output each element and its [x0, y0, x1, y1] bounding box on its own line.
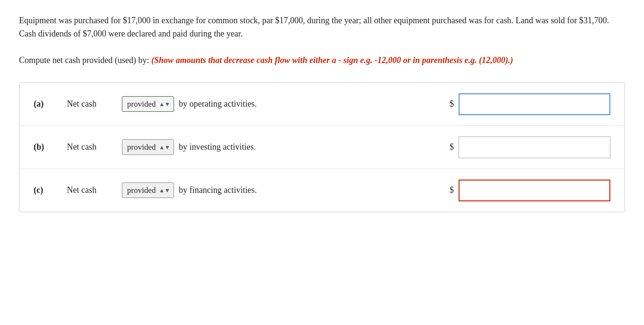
row-c-net-cash: Net cash: [67, 185, 119, 195]
answer-table: (a) Net cash provided used ▲▼ by operati…: [19, 82, 625, 212]
row-a-activity-text: by operating activities.: [179, 99, 257, 109]
row-c: (c) Net cash provided used ▲▼ by financi…: [19, 169, 625, 212]
instruction-normal-text: Compute net cash provided (used) by:: [19, 55, 151, 65]
row-b-activity-text: by investing activities.: [179, 142, 256, 152]
row-b: (b) Net cash provided used ▲▼ by investi…: [19, 126, 625, 169]
row-a: (a) Net cash provided used ▲▼ by operati…: [19, 83, 625, 126]
row-c-dropdown-wrapper: provided used ▲▼: [122, 182, 174, 198]
row-c-input[interactable]: [459, 180, 610, 201]
intro-text: Equipment was purchased for $17,000 in e…: [19, 16, 609, 38]
row-a-dropdown-wrapper: provided used ▲▼: [122, 96, 174, 112]
instruction-paragraph: Compute net cash provided (used) by: (Sh…: [19, 54, 625, 67]
row-b-dropdown[interactable]: provided used: [122, 139, 174, 155]
row-b-dropdown-wrapper: provided used ▲▼: [122, 139, 174, 155]
row-c-label: (c): [34, 185, 62, 195]
row-a-input[interactable]: [459, 93, 610, 115]
row-b-input[interactable]: [459, 136, 610, 158]
row-b-net-cash: Net cash: [67, 142, 119, 152]
row-a-dollar-sign: $: [450, 99, 454, 109]
row-a-net-cash: Net cash: [67, 99, 119, 109]
row-b-dollar-sign: $: [450, 142, 454, 152]
row-b-label: (b): [34, 142, 62, 152]
intro-paragraph: Equipment was purchased for $17,000 in e…: [19, 14, 625, 41]
row-a-label: (a): [34, 99, 62, 109]
row-c-dollar-sign: $: [450, 185, 454, 195]
row-c-activity-text: by financing activities.: [179, 185, 257, 195]
row-c-dropdown[interactable]: provided used: [122, 182, 174, 198]
instruction-red-text: (Show amounts that decrease cash flow wi…: [151, 55, 513, 65]
row-a-dropdown[interactable]: provided used: [122, 96, 174, 112]
